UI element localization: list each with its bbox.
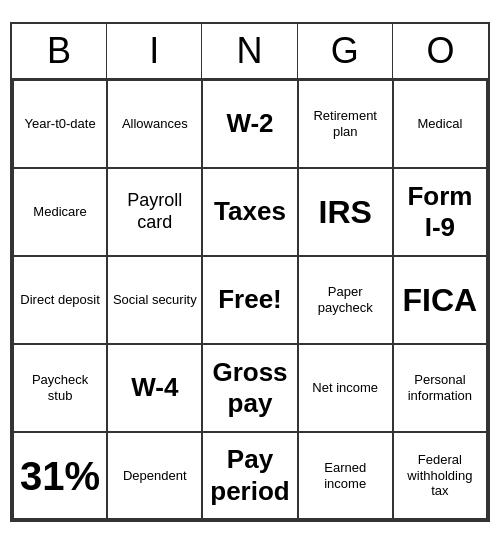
cell-label: Year-t0-date [25, 116, 96, 132]
cell-label: Paper paycheck [303, 284, 388, 315]
bingo-cell: Allowances [107, 80, 202, 168]
cell-label: Paycheck stub [18, 372, 102, 403]
bingo-cell: FICA [393, 256, 488, 344]
bingo-cell: W-4 [107, 344, 202, 432]
bingo-grid: Year-t0-dateAllowancesW-2Retirement plan… [12, 80, 488, 520]
bingo-cell: Pay period [202, 432, 297, 520]
bingo-cell: Paper paycheck [298, 256, 393, 344]
bingo-cell: Federal withholding tax [393, 432, 488, 520]
header-letter: B [12, 24, 107, 78]
cell-label: FICA [403, 281, 478, 319]
cell-label: Gross pay [207, 357, 292, 419]
bingo-cell: Retirement plan [298, 80, 393, 168]
header-letter: N [202, 24, 297, 78]
bingo-cell: 31% [12, 432, 107, 520]
cell-label: Taxes [214, 196, 286, 227]
cell-label: Net income [312, 380, 378, 396]
bingo-cell: Net income [298, 344, 393, 432]
bingo-cell: Direct deposit [12, 256, 107, 344]
cell-label: 31% [20, 452, 100, 500]
cell-label: Dependent [123, 468, 187, 484]
cell-label: Direct deposit [20, 292, 99, 308]
cell-label: Medicare [33, 204, 86, 220]
bingo-cell: Social security [107, 256, 202, 344]
bingo-card: BINGO Year-t0-dateAllowancesW-2Retiremen… [10, 22, 490, 522]
bingo-cell: Personal information [393, 344, 488, 432]
bingo-cell: Gross pay [202, 344, 297, 432]
bingo-cell: Paycheck stub [12, 344, 107, 432]
header-letter: I [107, 24, 202, 78]
cell-label: Form I-9 [398, 181, 482, 243]
header-letter: O [393, 24, 488, 78]
bingo-cell: W-2 [202, 80, 297, 168]
cell-label: Retirement plan [303, 108, 388, 139]
bingo-cell: Medical [393, 80, 488, 168]
bingo-cell: Payroll card [107, 168, 202, 256]
bingo-cell: Taxes [202, 168, 297, 256]
cell-label: Payroll card [112, 190, 197, 233]
cell-label: IRS [319, 193, 372, 231]
bingo-cell: Dependent [107, 432, 202, 520]
cell-label: Free! [218, 284, 282, 315]
bingo-cell: IRS [298, 168, 393, 256]
cell-label: Social security [113, 292, 197, 308]
cell-label: Earned income [303, 460, 388, 491]
cell-label: Medical [417, 116, 462, 132]
bingo-cell: Free! [202, 256, 297, 344]
cell-label: Federal withholding tax [398, 452, 482, 499]
cell-label: Allowances [122, 116, 188, 132]
bingo-cell: Form I-9 [393, 168, 488, 256]
bingo-cell: Year-t0-date [12, 80, 107, 168]
bingo-cell: Medicare [12, 168, 107, 256]
header-letter: G [298, 24, 393, 78]
cell-label: Pay period [207, 444, 292, 506]
bingo-cell: Earned income [298, 432, 393, 520]
cell-label: W-2 [226, 108, 273, 139]
cell-label: W-4 [131, 372, 178, 403]
bingo-header: BINGO [12, 24, 488, 80]
cell-label: Personal information [398, 372, 482, 403]
